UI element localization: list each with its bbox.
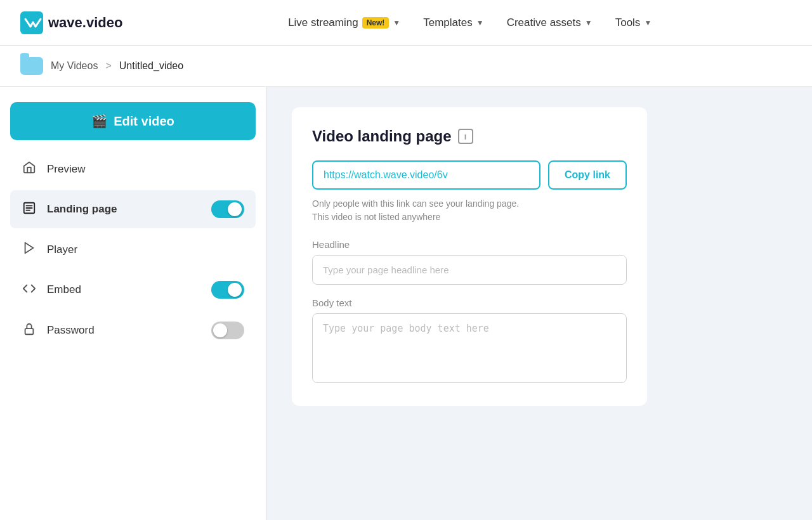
info-icon[interactable]: i (458, 129, 473, 144)
main-header: wave.video Live streaming New! ▼ Templat… (0, 0, 812, 46)
logo[interactable]: wave.video (20, 11, 122, 34)
sidebar-label-embed: Embed (47, 283, 201, 296)
right-panel (672, 87, 812, 520)
main-nav: Live streaming New! ▼ Templates ▼ Creati… (148, 11, 792, 34)
lock-icon (22, 322, 37, 339)
landing-page-icon (22, 201, 37, 218)
chevron-down-icon: ▼ (644, 18, 652, 27)
landing-page-toggle[interactable] (211, 200, 244, 218)
sidebar-item-embed[interactable]: Embed (10, 271, 256, 309)
embed-icon (22, 282, 37, 299)
sidebar-item-preview[interactable]: Preview (10, 150, 256, 188)
edit-video-button[interactable]: 🎬 Edit video (10, 102, 256, 140)
nav-item-live-streaming[interactable]: Live streaming New! ▼ (279, 11, 409, 34)
link-note: Only people with this link can see your … (312, 197, 627, 224)
sidebar-label-player: Player (47, 244, 244, 256)
body-text-input[interactable] (312, 313, 627, 383)
sidebar-item-player[interactable]: Player (10, 231, 256, 268)
svg-marker-5 (25, 243, 34, 254)
headline-label: Headline (312, 239, 627, 250)
main-content: Video landing page i Copy link Only peop… (266, 87, 672, 520)
sidebar-item-password[interactable]: Password (10, 311, 256, 349)
home-icon (22, 160, 37, 178)
nav-badge-new: New! (362, 17, 390, 29)
nav-item-templates[interactable]: Templates ▼ (414, 11, 492, 34)
password-toggle[interactable] (211, 322, 244, 339)
headline-input[interactable] (312, 255, 627, 285)
film-icon: 🎬 (91, 114, 107, 129)
edit-video-label: Edit video (114, 114, 174, 129)
chevron-down-icon: ▼ (585, 18, 593, 27)
breadcrumb-my-videos[interactable]: My Videos (51, 60, 98, 72)
breadcrumb: My Videos > Untitled_video (0, 46, 812, 87)
embed-toggle[interactable] (211, 281, 244, 299)
landing-page-url-input[interactable] (312, 160, 540, 190)
svg-rect-6 (25, 328, 34, 334)
breadcrumb-current-page: Untitled_video (119, 60, 183, 72)
chevron-down-icon: ▼ (476, 18, 484, 27)
nav-item-tools[interactable]: Tools ▼ (606, 11, 661, 34)
section-title: Video landing page i (312, 127, 627, 145)
link-row: Copy link (312, 160, 627, 190)
sidebar-item-landing-page[interactable]: Landing page (10, 190, 256, 228)
logo-text: wave.video (48, 15, 122, 31)
play-icon (22, 241, 37, 258)
nav-label-templates: Templates (423, 16, 472, 29)
folder-icon (20, 57, 43, 75)
chevron-down-icon: ▼ (393, 18, 400, 27)
nav-item-creative-assets[interactable]: Creative assets ▼ (498, 11, 601, 34)
sidebar-label-landing-page: Landing page (47, 203, 201, 216)
sidebar-label-preview: Preview (47, 163, 244, 176)
breadcrumb-separator: > (105, 60, 111, 72)
copy-link-button[interactable]: Copy link (548, 160, 627, 190)
sidebar-label-password: Password (47, 324, 201, 337)
nav-label-creative-assets: Creative assets (507, 16, 581, 29)
nav-label-live-streaming: Live streaming (288, 16, 358, 29)
main-layout: 🎬 Edit video Preview (0, 87, 812, 520)
body-text-label: Body text (312, 297, 627, 308)
sidebar: 🎬 Edit video Preview (0, 87, 266, 520)
section-title-text: Video landing page (312, 127, 452, 145)
nav-label-tools: Tools (615, 16, 641, 29)
